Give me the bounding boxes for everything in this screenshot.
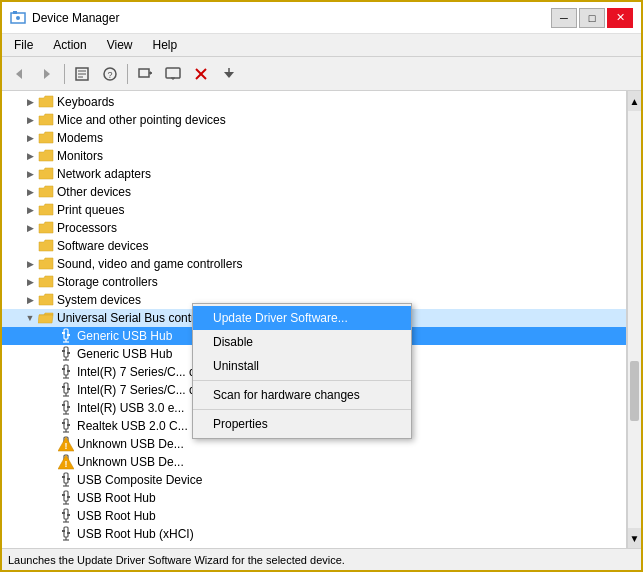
minimize-button[interactable]: ─ <box>551 8 577 28</box>
tree-node-label: Sound, video and game controllers <box>57 257 242 271</box>
context-menu: Update Driver Software...DisableUninstal… <box>192 303 412 439</box>
tree-node-icon <box>58 328 74 344</box>
tree-expand-icon[interactable]: ▶ <box>22 94 38 110</box>
tree-expand-icon[interactable]: ▶ <box>22 148 38 164</box>
tree-expand-icon[interactable] <box>42 508 58 524</box>
context-menu-item[interactable]: Disable <box>193 330 411 354</box>
tree-expand-icon[interactable] <box>42 490 58 506</box>
tree-node-label: Monitors <box>57 149 103 163</box>
tree-item[interactable]: ! Unknown USB De... <box>2 453 626 471</box>
forward-button[interactable] <box>34 62 60 86</box>
tree-item[interactable]: ▶ Monitors <box>2 147 626 165</box>
tree-node-icon <box>38 202 54 218</box>
context-menu-item[interactable]: Uninstall <box>193 354 411 378</box>
tree-node-label: Mice and other pointing devices <box>57 113 226 127</box>
tree-expand-icon[interactable] <box>42 400 58 416</box>
tree-expand-icon[interactable]: ▶ <box>22 184 38 200</box>
tree-expand-icon[interactable] <box>42 382 58 398</box>
tree-node-icon <box>38 94 54 110</box>
tree-node-icon <box>38 166 54 182</box>
tree-expand-icon[interactable] <box>42 472 58 488</box>
tree-expand-icon[interactable]: ▶ <box>22 274 38 290</box>
svg-rect-75 <box>67 514 70 516</box>
tree-item[interactable]: Software devices <box>2 237 626 255</box>
scroll-up-button[interactable]: ▲ <box>628 91 641 111</box>
menu-bar: File Action View Help <box>2 34 641 57</box>
tree-item[interactable]: ▶ Storage controllers <box>2 273 626 291</box>
tree-item[interactable]: USB Composite Device <box>2 471 626 489</box>
tree-item[interactable]: ▶ Mice and other pointing devices <box>2 111 626 129</box>
svg-rect-40 <box>67 388 70 390</box>
svg-rect-24 <box>62 332 65 334</box>
tree-expand-icon[interactable] <box>22 238 38 254</box>
menu-help[interactable]: Help <box>145 36 186 54</box>
tree-expand-icon[interactable]: ▶ <box>22 130 38 146</box>
tree-expand-icon[interactable] <box>42 436 58 452</box>
tree-node-label: Keyboards <box>57 95 114 109</box>
status-bar: Launches the Update Driver Software Wiza… <box>2 548 641 570</box>
tree-item[interactable]: USB Root Hub (xHCI) <box>2 525 626 543</box>
tree-node-label: Other devices <box>57 185 131 199</box>
svg-rect-35 <box>67 370 70 372</box>
tree-expand-icon[interactable]: ▶ <box>22 256 38 272</box>
help-button[interactable]: ? <box>97 62 123 86</box>
maximize-button[interactable]: □ <box>579 8 605 28</box>
svg-rect-69 <box>62 494 65 496</box>
context-menu-item[interactable]: Update Driver Software... <box>193 306 411 330</box>
tree-expand-icon[interactable]: ▼ <box>22 310 38 326</box>
tree-item[interactable]: ▶ Sound, video and game controllers <box>2 255 626 273</box>
remove-button[interactable] <box>188 62 214 86</box>
tree-expand-icon[interactable] <box>42 364 58 380</box>
scroll-down-button[interactable]: ▼ <box>628 528 641 548</box>
tree-node-label: System devices <box>57 293 141 307</box>
tree-expand-icon[interactable]: ▶ <box>22 292 38 308</box>
tree-node-label: Network adapters <box>57 167 151 181</box>
context-menu-separator <box>193 380 411 381</box>
close-button[interactable]: ✕ <box>607 8 633 28</box>
svg-text:!: ! <box>65 459 68 469</box>
svg-rect-70 <box>67 496 70 498</box>
tree-expand-icon[interactable]: ▶ <box>22 202 38 218</box>
tree-expand-icon[interactable] <box>42 346 58 362</box>
context-menu-item[interactable]: Scan for hardware changes <box>193 383 411 407</box>
svg-point-2 <box>16 16 20 20</box>
tree-expand-icon[interactable]: ▶ <box>22 112 38 128</box>
tree-item[interactable]: ▶ Processors <box>2 219 626 237</box>
context-menu-separator <box>193 409 411 410</box>
context-menu-item[interactable]: Properties <box>193 412 411 436</box>
back-button[interactable] <box>6 62 32 86</box>
tree-node-label: Storage controllers <box>57 275 158 289</box>
tree-expand-icon[interactable] <box>42 526 58 542</box>
menu-action[interactable]: Action <box>45 36 94 54</box>
tree-item[interactable]: ▶ Print queues <box>2 201 626 219</box>
svg-rect-25 <box>67 334 70 336</box>
update-button[interactable] <box>216 62 242 86</box>
scan-button[interactable] <box>132 62 158 86</box>
tree-item[interactable]: ▶ Other devices <box>2 183 626 201</box>
scroll-track[interactable] <box>628 111 641 528</box>
scrollbar[interactable]: ▲ ▼ <box>627 91 641 548</box>
tree-expand-icon[interactable] <box>42 418 58 434</box>
tree-expand-icon[interactable] <box>42 328 58 344</box>
tree-node-icon <box>38 292 54 308</box>
tree-expand-icon[interactable] <box>42 454 58 470</box>
tree-item[interactable]: ▶ Modems <box>2 129 626 147</box>
svg-rect-14 <box>166 68 180 78</box>
toolbar-sep-1 <box>64 64 65 84</box>
tree-node-icon <box>38 130 54 146</box>
tree-item[interactable]: ▶ Network adapters <box>2 165 626 183</box>
monitor-button[interactable] <box>160 62 186 86</box>
toolbar: ? <box>2 57 641 91</box>
tree-item[interactable]: USB Root Hub <box>2 507 626 525</box>
scroll-thumb[interactable] <box>630 361 639 421</box>
menu-view[interactable]: View <box>99 36 141 54</box>
svg-rect-64 <box>62 476 65 478</box>
tree-expand-icon[interactable]: ▶ <box>22 220 38 236</box>
tree-item[interactable]: ▶ Keyboards <box>2 93 626 111</box>
window-title: Device Manager <box>32 11 119 25</box>
menu-file[interactable]: File <box>6 36 41 54</box>
properties-button[interactable] <box>69 62 95 86</box>
tree-item[interactable]: USB Root Hub <box>2 489 626 507</box>
tree-node-label: Generic USB Hub <box>77 347 172 361</box>
tree-expand-icon[interactable]: ▶ <box>22 166 38 182</box>
